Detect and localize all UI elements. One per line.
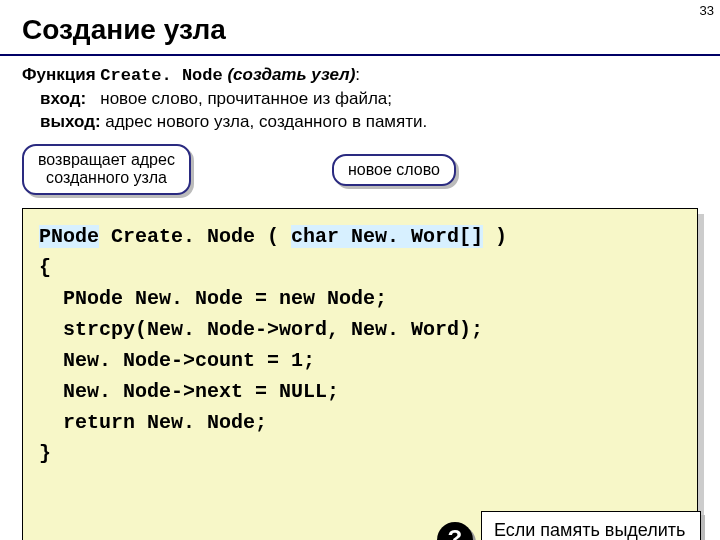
- func-hint: (создать узел): [227, 65, 355, 84]
- description-block: Функция Create. Node (создать узел): вхо…: [0, 64, 720, 144]
- output-label: выход:: [40, 112, 101, 131]
- callout-return-line1: возвращает адрес: [38, 151, 175, 169]
- func-name: Create. Node: [100, 66, 222, 85]
- code-arg: char New. Word[]: [291, 225, 483, 248]
- code-line-4: New. Node->next = NULL;: [39, 380, 339, 403]
- code-block: PNode Create. Node ( char New. Word[] ) …: [22, 208, 698, 540]
- code-line-5: return New. Node;: [39, 411, 267, 434]
- code-sig-end: ): [483, 225, 507, 248]
- output-text: адрес нового узла, созданного в памяти.: [105, 112, 427, 131]
- callout-return-line2: созданного узла: [38, 169, 175, 187]
- func-colon: :: [355, 65, 360, 84]
- callout-arg: новое слово: [332, 154, 456, 186]
- callout-return: возвращает адрес созданного узла: [22, 144, 191, 195]
- code-open-brace: {: [39, 256, 51, 279]
- page-title: Создание узла: [0, 0, 720, 54]
- input-label: вход:: [40, 89, 86, 108]
- question-note: Если память выделить не удалось?: [481, 511, 701, 540]
- code-line-2: strcpy(New. Node->word, New. Word);: [39, 318, 483, 341]
- code-line-3: New. Node->count = 1;: [39, 349, 315, 372]
- callout-row: возвращает адрес созданного узла новое с…: [22, 144, 698, 204]
- title-divider: [0, 54, 720, 56]
- func-label: Функция: [22, 65, 96, 84]
- code-box: PNode Create. Node ( char New. Word[] ) …: [22, 208, 698, 540]
- code-sig-mid: Create. Node (: [99, 225, 291, 248]
- code-return-type: PNode: [39, 225, 99, 248]
- input-text: новое слово, прочитанное из файла;: [100, 89, 392, 108]
- page-number: 33: [700, 3, 714, 18]
- question-badge: ?: [437, 522, 473, 540]
- code-close-brace: }: [39, 442, 51, 465]
- code-line-1: PNode New. Node = new Node;: [39, 287, 387, 310]
